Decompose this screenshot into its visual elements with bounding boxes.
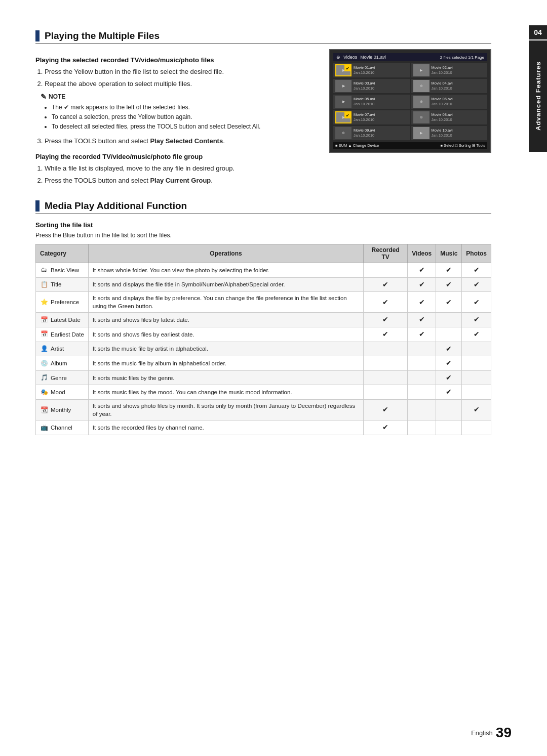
table-row: 📺 Channel It sorts the recorded files by…	[36, 421, 491, 435]
category-cell: 🎭 Mood	[36, 385, 89, 400]
tv-header-label: Videos	[343, 55, 357, 60]
section2-blue-bar	[35, 200, 40, 212]
check-cell: ✔	[462, 400, 491, 421]
tv-thumb-10: ▶	[413, 127, 429, 139]
section1-heading: Playing the Multiple Files	[35, 30, 491, 44]
tv-thumb-5: ▶	[335, 96, 351, 108]
section1-title: Playing the Multiple Files	[45, 30, 160, 41]
category-label: Latest Date	[51, 316, 81, 324]
check-cell: ✔	[408, 277, 436, 292]
check-cell	[462, 385, 491, 400]
tv-item-info-4: Movie 04.avi Jan.10.2010	[432, 81, 453, 91]
table-body: 🗂 Basic View It shows whole folder. You …	[36, 263, 491, 435]
check-cell: ✔	[364, 292, 408, 313]
check-cell: ✔	[436, 292, 462, 313]
steps-list: Press the Yellow button in the file list…	[45, 67, 319, 89]
step-3: Press the TOOLS button and select Play S…	[45, 136, 319, 146]
check-cell: ✔	[408, 292, 436, 313]
top-left: Playing the selected recorded TV/video/m…	[35, 49, 319, 189]
th-recorded-tv: Recorded TV	[364, 244, 408, 263]
section2-title: Media Play Additional Function	[45, 200, 187, 212]
check-cell: ✔	[364, 400, 408, 421]
cat-icon: 🎭	[40, 389, 48, 396]
tv-footer-left: ■ SUM ▲ Change Device	[335, 143, 379, 148]
tv-item-info-10: Movie 10.avi Jan.10.2010	[432, 128, 453, 138]
check-cell	[408, 342, 436, 356]
check-cell	[364, 370, 408, 385]
check-cell: ✔	[436, 263, 462, 278]
table-row: 📅 Earliest Date It sorts and shows files…	[36, 327, 491, 342]
category-label: Earliest Date	[51, 330, 84, 339]
check-cell	[364, 342, 408, 356]
category-cell: 🗂 Basic View	[36, 263, 89, 278]
operations-cell: It shows whole folder. You can view the …	[88, 263, 363, 278]
note-box: ✎ NOTE The ✔ mark appears to the left of…	[35, 93, 319, 132]
check-cell	[364, 356, 408, 371]
tv-item-info-3: Movie 03.avi Jan.10.2010	[354, 81, 375, 91]
tv-item-info-2: Movie 02.avi Jan.10.2010	[432, 65, 453, 75]
tv-item-8: ⊕ Movie 08.avi Jan.10.2010	[411, 110, 488, 124]
section2: Media Play Additional Function Sorting t…	[35, 200, 491, 435]
tv-item-info-1: Movie 01.avi Jan.10.2010	[354, 65, 375, 75]
check-cell	[462, 421, 491, 435]
subsection2-title: Playing the recorded TV/video/music/phot…	[35, 153, 319, 160]
tv-thumb-3: ▶	[335, 80, 351, 92]
tv-screenshot-container: ⊕ Videos Movie 01.avi 2 files selected 1…	[329, 49, 491, 189]
check-cell: ✔	[408, 263, 436, 278]
th-operations: Operations	[88, 244, 363, 263]
th-music: Music	[436, 244, 462, 263]
category-cell: 📅 Latest Date	[36, 313, 89, 327]
check-cell: ✔	[408, 313, 436, 327]
tv-item-9: ⊕ Movie 09.avi Jan.10.2010	[333, 126, 410, 140]
category-label: Genre	[51, 374, 67, 382]
category-label: Mood	[51, 388, 65, 396]
cat-icon: 🗂	[40, 267, 48, 274]
note-item-1: The ✔ mark appears to the left of the se…	[52, 103, 319, 112]
check-cell: ✔	[408, 327, 436, 342]
tv-item-4: ⊕ Movie 04.avi Jan.10.2010	[411, 79, 488, 93]
chapter-number: 04	[529, 25, 547, 39]
operations-cell: It sorts the music file by artist in alp…	[88, 342, 363, 356]
check-7: ✔	[344, 112, 350, 118]
sidebar-tab: Advanced Features	[529, 40, 547, 152]
tv-item-2: ▶ Movie 02.avi Jan.10.2010	[411, 63, 488, 77]
check-cell	[408, 400, 436, 421]
tv-current-file: Movie 01.avi	[360, 55, 386, 60]
check-cell: ✔	[436, 342, 462, 356]
check-cell: ✔	[462, 313, 491, 327]
operations-cell: It sorts the music file by album in alph…	[88, 356, 363, 371]
tv-grid: ✔ ▶ Movie 01.avi Jan.10.2010 ▶ Movie	[333, 63, 487, 140]
cat-icon: 📺	[40, 424, 48, 431]
table-row: 📋 Title It sorts and displays the file t…	[36, 277, 491, 292]
tv-screenshot: ⊕ Videos Movie 01.avi 2 files selected 1…	[329, 49, 491, 153]
category-cell: 🎵 Genre	[36, 370, 89, 385]
tv-item-1: ✔ ▶ Movie 01.avi Jan.10.2010	[333, 63, 410, 77]
note-icon: ✎	[41, 93, 47, 101]
tv-item-info-6: Movie 06.avi Jan.10.2010	[432, 97, 453, 107]
check-cell	[462, 356, 491, 371]
check-cell	[436, 313, 462, 327]
category-label: Monthly	[51, 406, 71, 414]
tv-item-info-8: Movie 08.avi Jan.10.2010	[432, 112, 453, 122]
check-cell: ✔	[462, 327, 491, 342]
cat-icon: 👤	[40, 345, 48, 352]
table-row: 🗂 Basic View It shows whole folder. You …	[36, 263, 491, 278]
category-cell: 📆 Monthly	[36, 400, 89, 421]
check-cell	[364, 385, 408, 400]
step-2: Repeat the above operation to select mul…	[45, 79, 319, 89]
note-label: NOTE	[49, 93, 65, 100]
tv-item-info-9: Movie 09.avi Jan.10.2010	[354, 128, 375, 138]
page-wrapper: 04 Advanced Features Playing the Multipl…	[0, 0, 547, 756]
check-cell	[462, 370, 491, 385]
steps-list-2: Press the TOOLS button and select Play S…	[45, 136, 319, 146]
group-steps-list: While a file list is displayed, move to …	[45, 163, 319, 185]
tv-header: ⊕ Videos Movie 01.avi 2 files selected 1…	[333, 53, 487, 61]
table-row: 🎭 Mood It sorts music files by the mood.…	[36, 385, 491, 400]
table-row: 👤 Artist It sorts the music file by arti…	[36, 342, 491, 356]
check-cell	[408, 385, 436, 400]
category-label: Basic View	[51, 266, 79, 274]
cat-icon: 📆	[40, 406, 48, 413]
category-cell: 👤 Artist	[36, 342, 89, 356]
check-1: ✔	[344, 65, 350, 71]
tv-item-7: ✔ ▶ Movie 07.avi Jan.10.2010	[333, 110, 410, 124]
